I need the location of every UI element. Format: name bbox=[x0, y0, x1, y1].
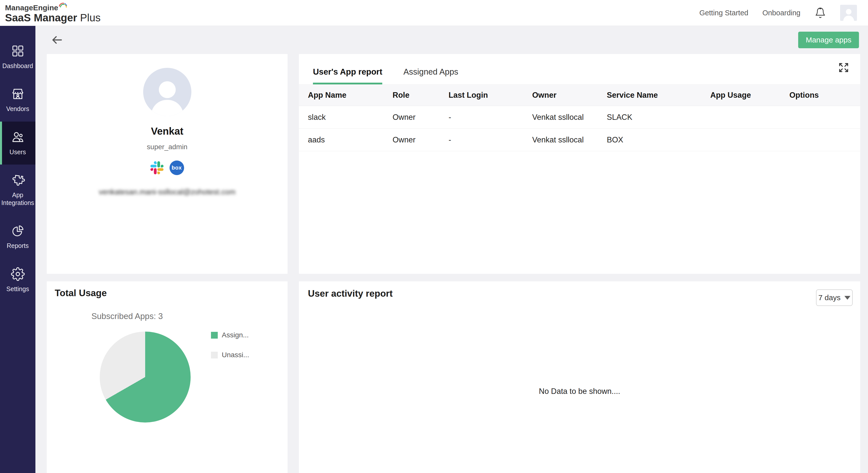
profile-name: Venkat bbox=[151, 126, 183, 137]
manage-apps-button[interactable]: Manage apps bbox=[798, 32, 859, 48]
col-options: Options bbox=[789, 91, 860, 100]
sidebar-label: App Integrations bbox=[0, 191, 35, 207]
dashboard-grid-icon bbox=[11, 44, 25, 59]
fullscreen-expand-icon[interactable] bbox=[838, 62, 850, 73]
sidebar-item-app-integrations[interactable]: App Integrations bbox=[0, 164, 35, 216]
sidebar-label: Vendors bbox=[6, 105, 29, 113]
cell-app-name: aads bbox=[308, 135, 393, 145]
cell-role: Owner bbox=[393, 135, 448, 145]
cell-role: Owner bbox=[393, 113, 448, 122]
brand-company-text: ManageEngine bbox=[5, 4, 58, 12]
sidebar-item-reports[interactable]: Reports bbox=[0, 215, 35, 258]
col-app-name: App Name bbox=[308, 91, 393, 100]
pie-legend: Assign... Unassi... bbox=[211, 331, 249, 371]
col-owner: Owner bbox=[532, 91, 607, 100]
cell-owner: Venkat ssllocal bbox=[532, 113, 607, 122]
profile-avatar bbox=[143, 68, 191, 116]
avatar-silhouette-icon bbox=[841, 6, 856, 21]
time-range-dropdown[interactable]: 7 days bbox=[816, 289, 853, 306]
brand-company: ManageEngine bbox=[5, 4, 101, 12]
cell-service-name: SLACK bbox=[607, 113, 710, 122]
usage-pie-chart bbox=[100, 332, 191, 422]
total-usage-card: Total Usage Subscribed Apps: 3 Assign...… bbox=[47, 281, 287, 473]
toolbar: Manage apps bbox=[35, 26, 868, 54]
col-role: Role bbox=[393, 91, 448, 100]
legend-swatch-unassigned bbox=[211, 352, 218, 358]
users-icon bbox=[11, 130, 25, 145]
sidebar-item-dashboard[interactable]: Dashboard bbox=[0, 35, 35, 78]
box-icon: box bbox=[169, 160, 184, 175]
pie-report-icon bbox=[11, 224, 25, 239]
table-row: slack Owner - Venkat ssllocal SLACK bbox=[299, 106, 860, 129]
manageengine-swoosh-icon bbox=[59, 2, 67, 9]
time-range-value: 7 days bbox=[818, 293, 840, 302]
brand-product-light: Plus bbox=[80, 12, 101, 24]
apps-card-tabs: User's App report Assigned Apps bbox=[299, 54, 860, 85]
sidebar-label: Settings bbox=[6, 285, 29, 293]
onboarding-link[interactable]: Onboarding bbox=[762, 9, 800, 17]
tab-assigned-apps[interactable]: Assigned Apps bbox=[403, 67, 458, 85]
user-avatar[interactable] bbox=[840, 5, 857, 21]
no-data-message: No Data to be shown.... bbox=[299, 387, 860, 396]
table-row: aads Owner - Venkat ssllocal BOX bbox=[299, 129, 860, 151]
storefront-icon bbox=[11, 87, 25, 102]
activity-card-title: User activity report bbox=[299, 281, 860, 299]
brand-product-bold: SaaS Manager bbox=[5, 12, 77, 24]
getting-started-link[interactable]: Getting Started bbox=[699, 9, 748, 17]
legend-label: Assign... bbox=[222, 331, 249, 339]
back-arrow-icon[interactable] bbox=[51, 33, 64, 46]
user-activity-card: User activity report 7 days No Data to b… bbox=[299, 281, 860, 473]
sidebar-label: Reports bbox=[7, 242, 29, 250]
tab-users-app-report[interactable]: User's App report bbox=[313, 67, 382, 85]
sidebar-label: Users bbox=[9, 148, 26, 156]
user-profile-card: Venkat super_admin box venkatesan.mani-s… bbox=[47, 54, 287, 274]
profile-app-icons: box bbox=[150, 160, 184, 175]
legend-swatch-assigned bbox=[211, 332, 218, 339]
cell-last-login: - bbox=[448, 135, 532, 145]
col-app-usage: App Usage bbox=[710, 91, 789, 100]
legend-item-assigned[interactable]: Assign... bbox=[211, 331, 249, 339]
legend-label: Unassi... bbox=[222, 351, 249, 359]
main-content: Manage apps Venkat super_admin bbox=[35, 26, 868, 473]
notification-bell-icon[interactable] bbox=[814, 7, 826, 19]
sidebar: Dashboard Vendors Users App Integrations… bbox=[0, 26, 35, 473]
cell-owner: Venkat ssllocal bbox=[532, 135, 607, 145]
table-header-row: App Name Role Last Login Owner Service N… bbox=[299, 85, 860, 106]
col-last-login: Last Login bbox=[448, 91, 532, 100]
cell-app-name: slack bbox=[308, 113, 393, 122]
sidebar-item-vendors[interactable]: Vendors bbox=[0, 78, 35, 121]
brand-product: SaaS Manager Plus bbox=[5, 12, 101, 23]
profile-email-blurred: venkatesan.mani-ssllocal@zohotest.com bbox=[99, 188, 235, 196]
cell-last-login: - bbox=[448, 113, 532, 122]
chevron-down-icon bbox=[844, 296, 850, 300]
sidebar-item-settings[interactable]: Settings bbox=[0, 258, 35, 302]
usage-card-title: Total Usage bbox=[47, 281, 287, 298]
sidebar-item-users[interactable]: Users bbox=[0, 122, 35, 164]
sidebar-label: Dashboard bbox=[2, 62, 33, 70]
slack-icon bbox=[150, 161, 163, 174]
avatar-silhouette-icon bbox=[146, 74, 188, 116]
cell-service-name: BOX bbox=[607, 135, 710, 145]
legend-item-unassigned[interactable]: Unassi... bbox=[211, 351, 249, 359]
user-apps-card: User's App report Assigned Apps App Name… bbox=[299, 54, 860, 274]
puzzle-icon bbox=[11, 173, 25, 188]
user-app-report-table: App Name Role Last Login Owner Service N… bbox=[299, 85, 860, 151]
brand-logo: ManageEngine SaaS Manager Plus bbox=[5, 2, 101, 23]
subscribed-apps-count: Subscribed Apps: 3 bbox=[91, 312, 163, 321]
gear-icon bbox=[11, 267, 25, 282]
col-service-name: Service Name bbox=[607, 91, 710, 100]
topbar: ManageEngine SaaS Manager Plus Getting S… bbox=[0, 0, 868, 26]
profile-role: super_admin bbox=[147, 143, 188, 151]
